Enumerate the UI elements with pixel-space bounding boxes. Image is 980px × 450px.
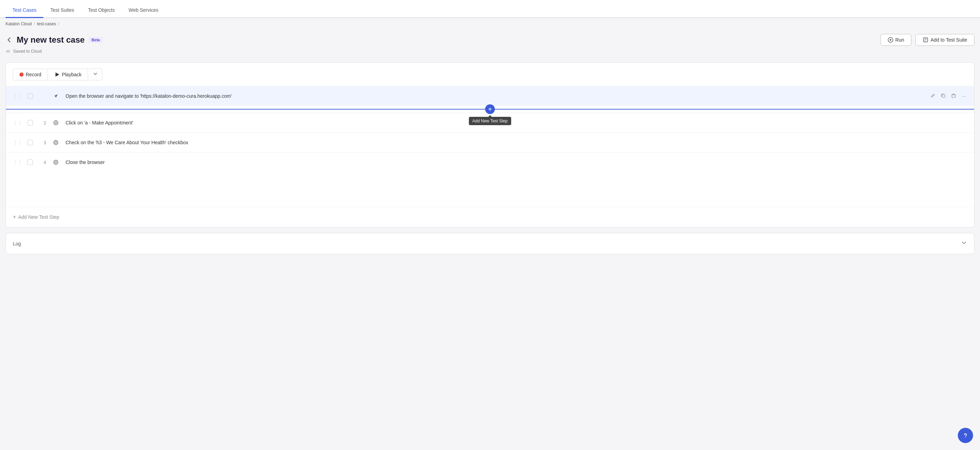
svg-marker-1 [890, 39, 892, 41]
svg-rect-5 [952, 95, 955, 97]
spacer [6, 172, 974, 207]
more-button[interactable]: ··· [960, 159, 967, 166]
log-card: Log [6, 233, 974, 254]
table-row: ⋮⋮ Open the browser and navigate to 'htt… [6, 86, 974, 106]
delete-button[interactable]: 🗑 [950, 139, 958, 146]
chevron-down-icon [93, 72, 98, 76]
step-checkbox[interactable] [27, 120, 33, 126]
drag-handle[interactable]: ⋮⋮ [13, 140, 22, 145]
more-button[interactable]: ··· [960, 139, 967, 146]
step-text: Close the browser [65, 159, 926, 165]
edit-button[interactable]: ✏ [931, 159, 938, 166]
step-number: 3 [38, 140, 46, 145]
step-actions: ··· [929, 92, 967, 100]
step-number: 4 [38, 160, 46, 165]
top-nav: Test Cases Test Suites Test Objects Web … [0, 0, 980, 18]
page-header-right: Run Add to Test Suite [880, 34, 974, 46]
playback-icon [55, 72, 60, 77]
svg-marker-3 [56, 72, 59, 76]
click-icon [51, 157, 61, 167]
copy-button[interactable]: ⧉ [941, 139, 947, 146]
tab-test-cases[interactable]: Test Cases [6, 2, 43, 18]
edit-button[interactable]: ✏ [931, 119, 938, 126]
delete-button[interactable] [950, 92, 958, 100]
svg-point-11 [55, 162, 57, 163]
step-text: Open the browser and navigate to 'https:… [65, 93, 924, 99]
step-checkbox[interactable] [27, 140, 33, 145]
svg-point-9 [55, 142, 57, 143]
delete-button[interactable]: 🗑 [950, 119, 958, 126]
saved-status: Saved to Cloud [0, 47, 980, 57]
more-button[interactable]: ··· [960, 92, 967, 100]
toolbar: Record Playback [6, 63, 974, 86]
add-step-label: Add New Test Step [18, 214, 59, 220]
tab-test-suites[interactable]: Test Suites [43, 2, 81, 18]
copy-button[interactable]: ⧉ [941, 119, 947, 127]
back-button[interactable] [6, 37, 13, 43]
page-title: My new test case [17, 35, 84, 45]
add-step-footer: + Add New Test Step [6, 207, 974, 227]
run-button[interactable]: Run [880, 34, 912, 46]
edit-button[interactable]: ✏ [931, 139, 938, 146]
playback-button[interactable]: Playback [49, 68, 88, 80]
breadcrumb-sep1: / [33, 22, 35, 26]
copy-button[interactable]: ⧉ [941, 159, 947, 166]
more-button[interactable]: ··· [960, 119, 967, 126]
breadcrumb: Katalon Cloud / test-cases / [0, 18, 980, 30]
drag-handle[interactable]: ⋮⋮ [13, 120, 22, 126]
plus-icon: + [13, 214, 16, 220]
svg-point-8 [54, 140, 58, 145]
svg-point-6 [54, 121, 58, 125]
delete-button[interactable]: 🗑 [950, 159, 958, 166]
log-collapse-button[interactable] [961, 240, 967, 248]
table-row: ⋮⋮ 4 Close the browser ✏ ⧉ 🗑 ··· [6, 152, 974, 172]
click-icon [51, 118, 61, 127]
tab-test-objects[interactable]: Test Objects [81, 2, 122, 18]
svg-point-7 [55, 122, 57, 124]
add-step-tooltip: Add New Test Step [469, 117, 511, 125]
main-area: Record Playback ⋮⋮ [0, 57, 980, 260]
run-label: Run [896, 37, 904, 43]
add-suite-label: Add to Test Suite [931, 37, 967, 43]
click-icon [51, 138, 61, 147]
copy-button[interactable] [939, 92, 947, 100]
record-button[interactable]: Record [13, 68, 48, 80]
step-checkbox[interactable] [27, 159, 33, 165]
page-header: My new test case Beta Run Add to Test Su… [0, 30, 980, 47]
breadcrumb-sep2: / [58, 22, 59, 26]
svg-point-10 [54, 160, 58, 164]
navigate-icon [51, 91, 61, 101]
drag-handle[interactable]: ⋮⋮ [13, 159, 22, 165]
log-label: Log [13, 241, 21, 246]
test-steps: ⋮⋮ Open the browser and navigate to 'htt… [6, 86, 974, 207]
record-label: Record [25, 72, 41, 77]
drag-handle[interactable]: ⋮⋮ [13, 93, 22, 99]
beta-badge: Beta [89, 37, 103, 43]
playback-label: Playback [62, 72, 81, 77]
step-number: 2 [38, 120, 46, 126]
add-step-inline-button[interactable]: + [485, 104, 495, 114]
svg-rect-4 [942, 95, 945, 97]
table-row: ⋮⋮ 3 Check on the 'h3 - We Care About Yo… [6, 132, 974, 152]
tab-web-services[interactable]: Web Services [122, 2, 165, 18]
step-text: Check on the 'h3 - We Care About Your He… [65, 140, 926, 145]
add-new-test-step-button[interactable]: + Add New Test Step [13, 214, 59, 220]
test-card: Record Playback ⋮⋮ [6, 62, 974, 227]
step-divider: + Add New Test Step [6, 106, 974, 113]
saved-text: Saved to Cloud [13, 49, 41, 54]
page-header-left: My new test case Beta [6, 35, 103, 45]
add-to-test-suite-button[interactable]: Add to Test Suite [915, 34, 974, 46]
edit-button[interactable] [929, 92, 937, 100]
step-checkbox[interactable] [27, 93, 33, 99]
record-dot-icon [19, 72, 24, 76]
dropdown-button[interactable] [89, 68, 102, 80]
breadcrumb-katalon[interactable]: Katalon Cloud [6, 22, 32, 26]
breadcrumb-test-cases[interactable]: test-cases [37, 22, 56, 26]
chevron-down-icon [961, 240, 967, 246]
cloud-icon [6, 49, 11, 54]
